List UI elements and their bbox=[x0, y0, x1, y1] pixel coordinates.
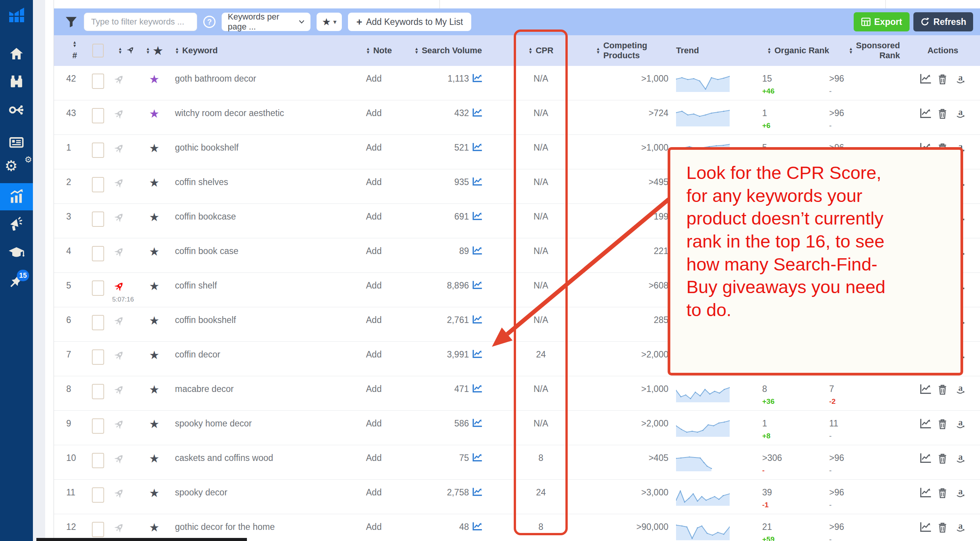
volume-graph-icon[interactable] bbox=[472, 142, 483, 152]
volume-graph-icon[interactable] bbox=[472, 73, 483, 83]
rocket-boost-icon[interactable] bbox=[112, 384, 125, 397]
add-note-link[interactable]: Add bbox=[366, 108, 382, 118]
row-checkbox[interactable] bbox=[92, 143, 104, 158]
add-note-link[interactable]: Add bbox=[366, 280, 382, 291]
refresh-button[interactable]: Refresh bbox=[913, 12, 973, 31]
rank-history-button[interactable] bbox=[920, 418, 931, 430]
rocket-boost-icon[interactable] bbox=[112, 522, 125, 535]
delete-button[interactable] bbox=[938, 453, 949, 464]
star-icon[interactable]: ★ bbox=[149, 453, 160, 464]
header-competing-products[interactable]: ▲▼ Competing Products bbox=[596, 35, 668, 66]
rocket-boost-icon[interactable] bbox=[112, 246, 125, 259]
sidebar-item-academy[interactable] bbox=[0, 241, 33, 264]
add-note-link[interactable]: Add bbox=[366, 315, 382, 325]
volume-graph-icon[interactable] bbox=[472, 418, 483, 428]
star-icon[interactable]: ★ bbox=[149, 108, 160, 120]
delete-button[interactable] bbox=[938, 418, 949, 430]
add-note-link[interactable]: Add bbox=[366, 74, 382, 84]
add-note-link[interactable]: Add bbox=[366, 177, 382, 187]
add-note-link[interactable]: Add bbox=[366, 487, 382, 498]
export-button[interactable]: Export bbox=[854, 12, 910, 31]
volume-graph-icon[interactable] bbox=[472, 108, 483, 118]
rocket-boost-icon[interactable] bbox=[112, 143, 125, 156]
star-icon[interactable]: ★ bbox=[149, 280, 160, 292]
row-checkbox[interactable] bbox=[92, 108, 104, 123]
filter-keywords-input[interactable] bbox=[84, 13, 197, 31]
add-note-link[interactable]: Add bbox=[366, 384, 382, 394]
help-icon[interactable]: ? bbox=[203, 16, 216, 28]
star-icon[interactable]: ★ bbox=[149, 177, 160, 189]
row-checkbox[interactable] bbox=[92, 211, 104, 227]
rocket-boost-icon[interactable] bbox=[112, 453, 125, 466]
row-checkbox[interactable] bbox=[92, 177, 104, 192]
star-icon[interactable]: ★ bbox=[149, 246, 160, 257]
volume-graph-icon[interactable] bbox=[472, 315, 483, 325]
star-icon[interactable]: ★ bbox=[149, 418, 160, 430]
header-search-volume[interactable]: ▲▼ Search Volume bbox=[406, 35, 486, 66]
rocket-boost-icon[interactable] bbox=[112, 74, 125, 87]
delete-button[interactable] bbox=[938, 384, 949, 395]
rank-history-button[interactable] bbox=[920, 453, 931, 464]
row-checkbox[interactable] bbox=[92, 487, 104, 503]
sidebar-item-listings[interactable] bbox=[0, 132, 33, 155]
header-keyword[interactable]: ▲▼ Keyword bbox=[167, 35, 358, 66]
rocket-boost-icon[interactable] bbox=[112, 211, 125, 225]
header-num[interactable]: ▲▼ # bbox=[54, 35, 84, 66]
star-icon[interactable]: ★ bbox=[149, 315, 160, 326]
volume-graph-icon[interactable] bbox=[472, 211, 483, 221]
rocket-boost-icon[interactable] bbox=[112, 349, 125, 362]
rank-history-button[interactable] bbox=[920, 487, 931, 499]
add-note-link[interactable]: Add bbox=[366, 143, 382, 153]
rank-history-button[interactable] bbox=[920, 522, 931, 533]
header-cpr[interactable]: ▲▼ CPR bbox=[486, 35, 596, 66]
delete-button[interactable] bbox=[938, 108, 949, 120]
star-icon[interactable]: ★ bbox=[149, 143, 160, 154]
header-select-all[interactable] bbox=[84, 35, 112, 66]
volume-graph-icon[interactable] bbox=[472, 452, 483, 462]
rank-history-button[interactable] bbox=[920, 74, 931, 85]
amazon-link-button[interactable]: a bbox=[955, 418, 967, 430]
row-checkbox[interactable] bbox=[92, 349, 104, 365]
add-note-link[interactable]: Add bbox=[366, 418, 382, 429]
amazon-link-button[interactable]: a bbox=[955, 487, 967, 499]
row-checkbox[interactable] bbox=[92, 522, 104, 537]
row-checkbox[interactable] bbox=[92, 74, 104, 89]
delete-button[interactable] bbox=[938, 487, 949, 499]
row-checkbox[interactable] bbox=[92, 418, 104, 434]
amazon-link-button[interactable]: a bbox=[955, 522, 967, 533]
rocket-boost-icon[interactable] bbox=[112, 280, 125, 293]
volume-graph-icon[interactable] bbox=[472, 349, 483, 359]
volume-graph-icon[interactable] bbox=[472, 384, 483, 393]
rocket-boost-icon[interactable] bbox=[112, 177, 125, 190]
sidebar-item-advertising[interactable] bbox=[0, 213, 33, 236]
keywords-per-page-select[interactable]: Keywords per page ... bbox=[222, 13, 310, 31]
row-checkbox[interactable] bbox=[92, 315, 104, 330]
row-checkbox[interactable] bbox=[92, 453, 104, 468]
rocket-boost-icon[interactable] bbox=[112, 108, 125, 121]
app-logo[interactable] bbox=[8, 6, 26, 25]
star-icon[interactable]: ★ bbox=[149, 74, 160, 85]
sidebar-item-analytics[interactable] bbox=[0, 185, 33, 208]
sidebar-item-settings[interactable]: ⚙ ⚙ bbox=[0, 156, 33, 179]
sidebar-item-research[interactable] bbox=[0, 70, 33, 93]
amazon-link-button[interactable]: a bbox=[955, 384, 967, 395]
row-checkbox[interactable] bbox=[92, 246, 104, 261]
amazon-link-button[interactable]: a bbox=[955, 108, 967, 120]
add-note-link[interactable]: Add bbox=[366, 211, 382, 222]
header-note[interactable]: ▲▼ Note bbox=[358, 35, 406, 66]
rocket-boost-icon[interactable] bbox=[112, 487, 125, 500]
delete-button[interactable] bbox=[938, 74, 949, 85]
star-filter-dropdown[interactable]: ★ ▾ bbox=[317, 13, 342, 31]
star-icon[interactable]: ★ bbox=[149, 487, 160, 499]
amazon-link-button[interactable]: a bbox=[955, 74, 967, 85]
select-all-checkbox[interactable] bbox=[92, 44, 104, 57]
header-sponsored-rank[interactable]: ▲▼ Sponsored Rank bbox=[829, 35, 900, 66]
volume-graph-icon[interactable] bbox=[472, 246, 483, 256]
star-icon[interactable]: ★ bbox=[149, 522, 160, 533]
rank-history-button[interactable] bbox=[920, 384, 931, 395]
add-keywords-button[interactable]: + Add Keywords to My List bbox=[348, 13, 471, 31]
sidebar-item-home[interactable] bbox=[0, 42, 33, 65]
volume-graph-icon[interactable] bbox=[472, 521, 483, 531]
delete-button[interactable] bbox=[938, 522, 949, 533]
star-icon[interactable]: ★ bbox=[149, 384, 160, 395]
